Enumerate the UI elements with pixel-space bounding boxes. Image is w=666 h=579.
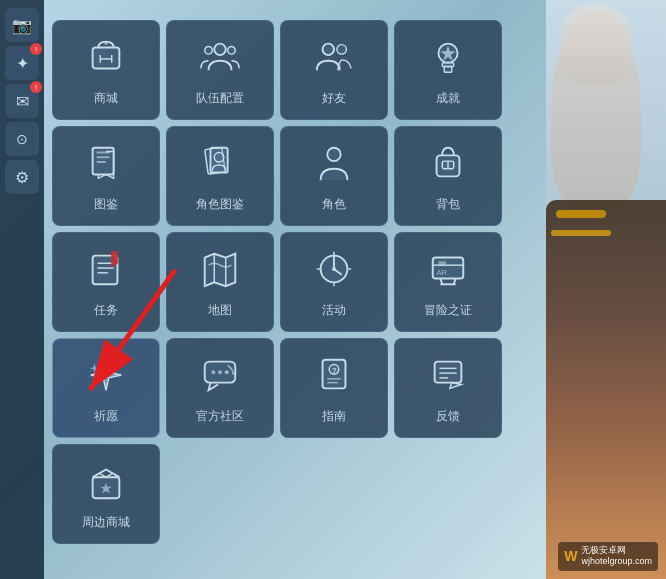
sidebar-item-camera[interactable]: 📷 xyxy=(5,8,39,42)
shop-icon xyxy=(85,36,127,84)
feedback-icon xyxy=(427,354,469,402)
menu-item-merchandise[interactable]: 周边商城 xyxy=(52,444,160,544)
svg-rect-10 xyxy=(444,66,452,72)
menu-area: 商城 队伍配置 xyxy=(52,20,520,568)
svg-rect-39 xyxy=(438,261,446,265)
svg-point-18 xyxy=(327,147,340,160)
sidebar: 📷 ✦ ! ✉ ! ⊙ ⚙ xyxy=(0,0,44,579)
achievement-label: 成就 xyxy=(436,90,460,107)
svg-marker-26 xyxy=(205,253,236,285)
svg-point-45 xyxy=(211,370,215,374)
svg-point-3 xyxy=(205,46,213,54)
adventure-icon: AR xyxy=(427,248,469,296)
plus-icon: ✦ xyxy=(16,54,29,73)
svg-point-2 xyxy=(214,43,225,54)
svg-point-4 xyxy=(228,46,236,54)
menu-item-map[interactable]: 地图 xyxy=(166,232,274,332)
sidebar-item-mail[interactable]: ✉ ! xyxy=(5,84,39,118)
svg-point-47 xyxy=(225,370,229,374)
svg-point-6 xyxy=(337,44,347,54)
quest-icon xyxy=(85,248,127,296)
mail-badge: ! xyxy=(30,81,42,93)
svg-point-17 xyxy=(214,152,224,162)
activity-label: 活动 xyxy=(322,302,346,319)
menu-item-character[interactable]: 角色 xyxy=(280,126,388,226)
friends-icon xyxy=(313,36,355,84)
quest-label: 任务 xyxy=(94,302,118,319)
settings-icon: ⚙ xyxy=(15,168,29,187)
merchandise-icon xyxy=(85,460,127,508)
sidebar-item-plus[interactable]: ✦ ! xyxy=(5,46,39,80)
menu-item-achievement[interactable]: 成就 xyxy=(394,20,502,120)
map-label: 地图 xyxy=(208,302,232,319)
camera-icon: 📷 xyxy=(12,16,32,35)
sidebar-item-settings[interactable]: ⚙ xyxy=(5,160,39,194)
svg-point-46 xyxy=(218,370,222,374)
wish-icon xyxy=(85,354,127,402)
shop-label: 商城 xyxy=(94,90,118,107)
menu-item-feedback[interactable]: 反馈 xyxy=(394,338,502,438)
activity-icon xyxy=(313,248,355,296)
merchandise-label: 周边商城 xyxy=(82,514,130,531)
character-label: 角色 xyxy=(322,196,346,213)
compendium-icon xyxy=(85,142,127,190)
team-label: 队伍配置 xyxy=(196,90,244,107)
friends-label: 好友 xyxy=(322,90,346,107)
svg-rect-0 xyxy=(93,47,120,68)
svg-point-32 xyxy=(332,267,336,271)
menu-item-friends[interactable]: 好友 xyxy=(280,20,388,120)
watermark-symbol: W xyxy=(564,548,577,564)
menu-item-quest[interactable]: 任务 xyxy=(52,232,160,332)
menu-item-team[interactable]: 队伍配置 xyxy=(166,20,274,120)
guide-icon: ? xyxy=(313,354,355,402)
svg-rect-14 xyxy=(96,161,106,163)
svg-text:AR: AR xyxy=(437,267,448,276)
wish-label: 祈愿 xyxy=(94,408,118,425)
mail-icon: ✉ xyxy=(16,92,29,111)
menu-item-wish[interactable]: 祈愿 xyxy=(52,338,160,438)
watermark-line2: wjhotelgroup.com xyxy=(581,556,652,568)
menu-item-adventure[interactable]: AR 冒险之证 xyxy=(394,232,502,332)
menu-item-activity[interactable]: 活动 xyxy=(280,232,388,332)
team-icon xyxy=(199,36,241,84)
watermark: W 无极安卓网 wjhotelgroup.com xyxy=(558,542,658,571)
menu-item-compendium[interactable]: 图鉴 xyxy=(52,126,160,226)
backpack-label: 背包 xyxy=(436,196,460,213)
menu-item-backpack[interactable]: 背包 xyxy=(394,126,502,226)
notification-badge: ! xyxy=(30,43,42,55)
menu-item-char-compendium[interactable]: 角色图鉴 xyxy=(166,126,274,226)
character-icon xyxy=(313,142,355,190)
map-icon xyxy=(199,248,241,296)
svg-rect-13 xyxy=(96,156,109,158)
circle-icon: ⊙ xyxy=(16,131,28,147)
menu-item-shop[interactable]: 商城 xyxy=(52,20,160,120)
svg-point-5 xyxy=(323,43,334,54)
menu-item-guide[interactable]: ? 指南 xyxy=(280,338,388,438)
menu-grid: 商城 队伍配置 xyxy=(52,20,520,544)
community-label: 官方社区 xyxy=(196,408,244,425)
guide-label: 指南 xyxy=(322,408,346,425)
char-compendium-label: 角色图鉴 xyxy=(196,196,244,213)
char-compendium-icon xyxy=(199,142,241,190)
community-icon xyxy=(199,354,241,402)
sidebar-item-circle[interactable]: ⊙ xyxy=(5,122,39,156)
feedback-label: 反馈 xyxy=(436,408,460,425)
adventure-label: 冒险之证 xyxy=(424,302,472,319)
svg-text:?: ? xyxy=(332,366,337,375)
svg-rect-53 xyxy=(435,361,462,382)
menu-item-community[interactable]: 官方社区 xyxy=(166,338,274,438)
backpack-icon xyxy=(427,142,469,190)
character-area xyxy=(546,0,666,579)
compendium-label: 图鉴 xyxy=(94,196,118,213)
achievement-icon xyxy=(427,36,469,84)
watermark-line1: 无极安卓网 xyxy=(581,545,652,557)
